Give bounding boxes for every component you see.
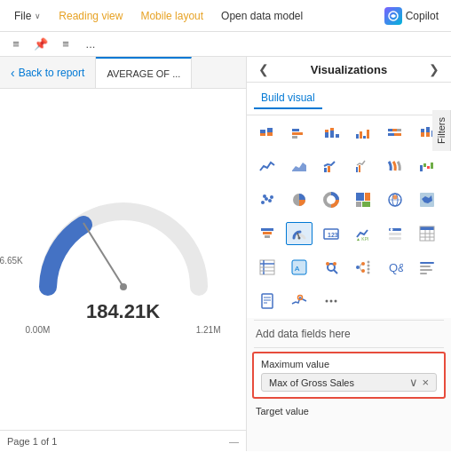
clustered-bar-chart-icon[interactable] bbox=[286, 121, 313, 144]
back-to-report-tab[interactable]: ‹ Back to report bbox=[0, 57, 96, 88]
anomaly-detection-icon[interactable] bbox=[286, 290, 313, 313]
nav-right-arrow[interactable]: ❯ bbox=[426, 62, 442, 76]
svg-rect-48 bbox=[362, 202, 370, 207]
svg-point-82 bbox=[326, 262, 329, 266]
map-chart-icon[interactable] bbox=[382, 188, 408, 211]
svg-rect-31 bbox=[328, 166, 330, 172]
gauge-chart bbox=[26, 185, 221, 300]
build-visual-tab[interactable]: Build visual bbox=[254, 88, 322, 109]
clustered-column-chart-icon[interactable] bbox=[350, 121, 376, 144]
active-tab[interactable]: AVERAGE OF ... bbox=[96, 57, 192, 88]
svg-rect-96 bbox=[420, 269, 432, 271]
svg-rect-37 bbox=[431, 163, 433, 169]
area-chart-icon[interactable] bbox=[286, 155, 313, 178]
gauge-chart-icon[interactable] bbox=[286, 222, 313, 245]
filters-tab[interactable]: Filters bbox=[432, 110, 451, 151]
panel-scroll[interactable]: 123 ▲ KPI A bbox=[247, 115, 451, 451]
icon-grid-row6 bbox=[247, 284, 451, 318]
stacked-bar-chart-icon[interactable] bbox=[254, 121, 281, 144]
svg-point-40 bbox=[268, 199, 272, 202]
svg-rect-19 bbox=[388, 129, 392, 131]
svg-rect-14 bbox=[336, 134, 339, 138]
line-chart-icon[interactable] bbox=[254, 155, 281, 178]
svg-point-85 bbox=[361, 262, 365, 266]
svg-rect-97 bbox=[420, 273, 427, 274]
svg-line-92 bbox=[360, 267, 361, 271]
svg-point-104 bbox=[330, 300, 333, 303]
donut-chart-icon[interactable] bbox=[318, 188, 344, 211]
svg-rect-23 bbox=[394, 133, 401, 136]
filter-icon: ≡ bbox=[62, 37, 69, 51]
svg-text:123: 123 bbox=[328, 232, 338, 238]
svg-rect-54 bbox=[261, 228, 273, 231]
viz-panel-header: ❮ Visualizations ❯ bbox=[247, 57, 451, 83]
add-data-fields-text: Add data fields here bbox=[256, 328, 351, 340]
svg-rect-55 bbox=[263, 232, 272, 234]
card-icon[interactable]: 123 bbox=[318, 222, 344, 245]
line-stacked-icon[interactable] bbox=[318, 155, 344, 178]
toolbar: ≡ 📌 ≡ ... bbox=[0, 32, 451, 57]
treemap-icon[interactable] bbox=[350, 188, 376, 211]
file-menu[interactable]: File ∨ bbox=[7, 6, 48, 26]
more-visuals-icon[interactable] bbox=[318, 290, 344, 313]
table-icon[interactable] bbox=[414, 222, 440, 245]
open-data-model-menu[interactable]: Open data model bbox=[214, 6, 310, 26]
pin-icon: 📌 bbox=[34, 37, 48, 51]
gauge-viz-area: 146.65K 184.21K 0.00M 1.21M bbox=[0, 89, 246, 430]
100pct-bar-chart-icon[interactable] bbox=[382, 121, 408, 144]
azure-map-icon[interactable]: A bbox=[286, 256, 313, 279]
nav-left-arrow[interactable]: ❮ bbox=[256, 62, 272, 76]
svg-text:▲ KPI: ▲ KPI bbox=[356, 236, 368, 242]
svg-rect-16 bbox=[360, 131, 362, 139]
remove-field-button[interactable]: × bbox=[422, 377, 429, 388]
target-value-label: Target value bbox=[256, 406, 309, 416]
svg-rect-56 bbox=[265, 235, 270, 238]
filled-map-icon[interactable] bbox=[414, 188, 440, 211]
copilot-menu[interactable]: Copilot bbox=[379, 4, 444, 28]
mobile-layout-menu[interactable]: Mobile layout bbox=[133, 6, 210, 26]
svg-rect-34 bbox=[420, 165, 423, 171]
svg-rect-4 bbox=[260, 133, 265, 136]
qa-visual-icon[interactable]: Q&A bbox=[382, 256, 408, 279]
svg-rect-33 bbox=[359, 165, 360, 172]
svg-point-86 bbox=[361, 269, 365, 273]
ribbon-chart-icon[interactable] bbox=[382, 155, 408, 178]
svg-point-41 bbox=[263, 194, 266, 198]
kpi-icon[interactable]: ▲ KPI bbox=[350, 222, 376, 245]
smart-narrative-icon[interactable] bbox=[414, 256, 440, 279]
more-button[interactable]: ... bbox=[82, 36, 99, 53]
main-layout: ‹ Back to report AVERAGE OF ... 146.65K bbox=[0, 57, 451, 451]
viz-tabs: Build visual bbox=[247, 83, 451, 115]
filter-button[interactable]: ≡ bbox=[57, 36, 75, 53]
pin-button[interactable]: 📌 bbox=[32, 36, 50, 53]
hamburger-button[interactable]: ≡ bbox=[7, 36, 25, 53]
key-influencers-icon[interactable] bbox=[318, 256, 344, 279]
stacked-column-chart-icon[interactable] bbox=[318, 121, 344, 144]
slicer-icon[interactable] bbox=[382, 222, 408, 245]
pie-chart-icon[interactable] bbox=[286, 188, 313, 211]
dropdown-button[interactable]: ∨ bbox=[409, 377, 418, 388]
waterfall-chart-icon[interactable] bbox=[414, 155, 440, 178]
funnel-chart-icon[interactable] bbox=[254, 222, 281, 245]
decomp-tree-icon[interactable] bbox=[350, 256, 376, 279]
svg-rect-66 bbox=[420, 226, 434, 230]
paginated-report-icon[interactable] bbox=[254, 290, 281, 313]
empty-cell-1 bbox=[350, 290, 376, 313]
svg-rect-47 bbox=[356, 202, 361, 207]
reading-view-menu[interactable]: Reading view bbox=[51, 6, 130, 26]
divider bbox=[254, 320, 444, 321]
svg-point-65 bbox=[391, 228, 393, 231]
svg-rect-18 bbox=[367, 130, 369, 139]
max-field-value: Max of Gross Sales bbox=[269, 377, 409, 388]
gauge-max-label: 1.21M bbox=[196, 325, 221, 335]
line-clustered-icon[interactable] bbox=[350, 155, 376, 178]
svg-rect-12 bbox=[330, 131, 334, 138]
svg-rect-36 bbox=[427, 166, 430, 169]
svg-point-58 bbox=[298, 237, 301, 240]
icon-grid-row4: 123 ▲ KPI bbox=[247, 217, 451, 250]
scatter-chart-icon[interactable] bbox=[254, 188, 281, 211]
svg-point-89 bbox=[368, 268, 370, 271]
svg-rect-10 bbox=[325, 132, 328, 138]
gauge-side-label: 146.65K bbox=[0, 256, 23, 266]
matrix-icon[interactable] bbox=[254, 256, 281, 279]
